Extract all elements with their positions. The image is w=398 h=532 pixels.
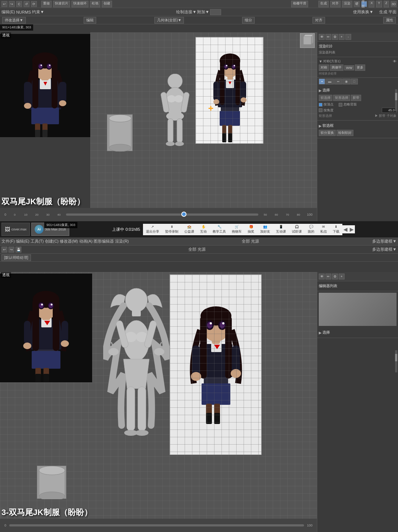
flat-label[interactable]: 平面 (388, 9, 397, 15)
edit-label[interactable]: 编辑 (84, 17, 96, 24)
redo-btn[interactable]: 重做 (41, 1, 52, 7)
nav-public[interactable]: 🏫 公益课 (181, 224, 197, 235)
view-btn-top[interactable]: 生成 (318, 1, 329, 7)
modify-select-btn[interactable]: 停改选择▼ (2, 17, 26, 24)
softplace-btn[interactable]: 软分置换 (319, 130, 336, 136)
bmenu-file[interactable]: 文件(F) (1, 239, 15, 244)
soft-select-btn[interactable]: 软选择 (319, 95, 332, 101)
bredo-icon[interactable]: ↪ (8, 247, 14, 253)
relax-btn[interactable]: 松弛 (90, 1, 100, 7)
tab-polygon[interactable]: ▪▪ (334, 79, 342, 84)
bmenu-edit[interactable]: 编辑(E) (16, 239, 29, 244)
tab-vertex[interactable]: ▪ (319, 79, 325, 84)
paint-link-btn[interactable]: 绘制连接▼ (176, 9, 196, 15)
bmenu-anim[interactable]: 动画(A) (79, 239, 93, 244)
coord-y[interactable]: Y (376, 1, 382, 7)
bundo-icon[interactable]: ↩ (1, 247, 7, 253)
nav-scroll-left[interactable]: ◀ (342, 225, 349, 233)
select-bot-expand[interactable]: ▶ (319, 331, 322, 335)
nav-interact[interactable]: ✋ 互动 (197, 224, 210, 235)
rotate-icon[interactable]: ↺ (24, 1, 29, 7)
bmenu-tools[interactable]: 工具(T) (31, 239, 44, 244)
bmenu-graphed[interactable]: 图形编辑器 (94, 239, 114, 244)
gridsmooth-btn[interactable]: 格栅平滑 (291, 1, 308, 7)
nav-pause[interactable]: ⏸ 暂停录制 (162, 224, 181, 235)
sym-expand[interactable]: ▼ (319, 59, 322, 63)
sym-btn1[interactable]: 对称 (319, 65, 329, 71)
3d-icon[interactable]: 3D (391, 1, 397, 7)
edit-icon[interactable]: ✏ (325, 34, 331, 40)
align-btn[interactable]: 对齐 (313, 17, 325, 24)
cb-byangle[interactable] (319, 108, 322, 112)
taskbar-app1[interactable]: 🖼 cover.max (1, 223, 30, 236)
nav-tools[interactable]: 🔧 教学工具 (210, 224, 229, 235)
angle-value[interactable]: 45.0 (382, 108, 397, 113)
quickloop-btn[interactable]: 快速循环 (71, 1, 88, 7)
bsave-icon[interactable]: 💾 (15, 247, 21, 253)
bright-mode[interactable]: 光源 (198, 247, 206, 252)
select-expand[interactable]: ▶ (319, 88, 322, 93)
refresh-icon[interactable]: ⟳ (31, 1, 37, 7)
edit-icon-bot[interactable]: ✏ (325, 274, 331, 279)
scrollbar-thumb-top[interactable] (395, 93, 397, 100)
sym-btn2[interactable]: 两侧平 (330, 65, 343, 71)
bmenu-modifier[interactable]: 修改器(M) (60, 239, 78, 244)
softsel-expand[interactable]: ▶ (319, 124, 322, 128)
panel-scrollbar-top[interactable] (395, 89, 397, 111)
menu-nurms[interactable]: NURMS (16, 10, 31, 14)
undo-icon[interactable]: ↩ (1, 1, 7, 7)
geo-all-btn[interactable]: 几何体(全部)▼ (154, 17, 184, 24)
timeline-track-top[interactable] (66, 213, 258, 216)
paint-good-btn[interactable]: 绘制软好 (336, 130, 353, 136)
nav-friend[interactable]: 👥 加好友 (257, 224, 273, 235)
nav-interactive-course[interactable]: 📱 互动课 (273, 224, 289, 235)
use-replace-btn[interactable]: 使用换换▼ (353, 9, 373, 15)
attr-btn[interactable]: 属性 (383, 17, 396, 24)
subdiv-btn[interactable]: 胶带 (351, 95, 361, 101)
menu-bind[interactable]: 约束▼ (32, 9, 44, 15)
flat-icon[interactable]: 平面 (361, 1, 367, 7)
addmore-btn[interactable]: 附加▼ (197, 9, 209, 15)
subdivide-btn[interactable]: 细分 (242, 17, 255, 24)
align-btn-top[interactable]: 对齐 (330, 1, 341, 7)
nav-scroll-right[interactable]: ▶ (349, 225, 355, 233)
redo-icon[interactable]: ↪ (9, 1, 15, 7)
scrollbar-thumb-bot[interactable] (395, 354, 397, 361)
bmode-dropdown[interactable]: 多边形建模▼ (372, 247, 397, 252)
tab-edge[interactable]: ▬ (325, 79, 334, 84)
add-icon-bot[interactable]: + (339, 274, 345, 279)
nav-exit-share[interactable]: ↗ 退出分享 (143, 224, 162, 235)
coord-z[interactable]: Z (384, 1, 390, 7)
bmenu-render[interactable]: 渲染(R) (115, 239, 129, 244)
tool-c-icon[interactable]: C (16, 1, 22, 7)
tab-element[interactable]: ◉ (342, 79, 350, 84)
minus-icon-top[interactable]: - (345, 34, 351, 40)
eye-icon-bot[interactable]: 👁 (319, 274, 325, 279)
bselect-all[interactable]: 全部 (188, 247, 196, 252)
nav-dm[interactable]: ✉ 私信 (317, 224, 330, 235)
coord-x[interactable]: X (369, 1, 374, 7)
panel-scrollbar-bot[interactable] (395, 350, 397, 372)
nav-cube-top[interactable] (300, 33, 315, 48)
bmenu-create[interactable]: 创建(C) (45, 239, 59, 244)
tab-border[interactable]: □ (351, 79, 358, 84)
settings-icon-bot[interactable]: ⚙ (332, 274, 338, 279)
sym-eye[interactable]: 👁 (393, 59, 397, 63)
timeline-thumb-top[interactable] (181, 212, 186, 217)
btool-all[interactable]: 全部 (242, 239, 250, 244)
timeline-track-bot[interactable] (9, 524, 304, 526)
add-icon-top[interactable]: + (339, 34, 345, 40)
sym-ww[interactable]: WW (344, 65, 354, 70)
btool-polymode[interactable]: 多边形建模▼ (372, 239, 397, 244)
settings-icon-top[interactable]: ⚙ (332, 34, 338, 40)
eye-icon[interactable]: 👁 (319, 34, 325, 40)
render-btn-top[interactable]: 渲染 (342, 1, 352, 7)
nav-audition[interactable]: 🎧 试听课 (289, 224, 305, 235)
quickslice-btn[interactable]: 快速切片 (53, 1, 70, 7)
shader-mode-btn[interactable]: [默认明暗处理] (1, 254, 31, 261)
create-btn[interactable]: 创建 (102, 1, 112, 7)
menu-edit[interactable]: 编辑(E) (1, 9, 15, 15)
nav-raffle[interactable]: 🎁 抽奖 (245, 224, 257, 235)
sym-more[interactable]: 更多 (355, 65, 365, 71)
nav-face[interactable]: 💬 面的 (305, 224, 317, 235)
